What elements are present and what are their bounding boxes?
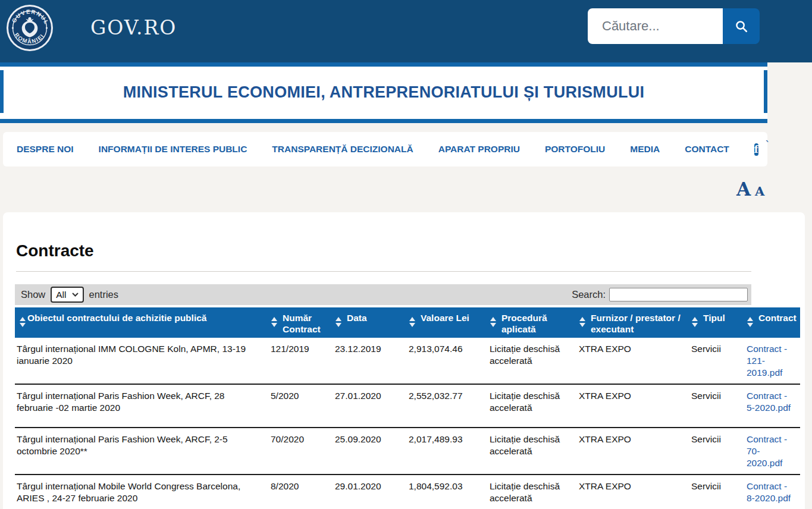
content-card: Contracte Show All entries Search: [3, 212, 805, 509]
sort-icon [692, 317, 698, 327]
cell-valoare: 2,017,489.93 [405, 428, 485, 475]
cell-data: 27.01.2020 [331, 384, 405, 428]
contract-pdf-link[interactable]: Contract - 121-2019.pdf [747, 344, 787, 378]
table-row: Târgul internațional Mobile World Congre… [15, 475, 800, 509]
cell-furnizor: XTRA EXPO [575, 338, 687, 384]
cell-contract: Contract - 121-2019.pdf [742, 338, 800, 384]
column-header-tipul[interactable]: Tipul [687, 307, 742, 338]
column-header-label: Furnizor / prestator / executant [591, 313, 681, 334]
font-size-controls: A A [736, 178, 764, 200]
cell-procedura: Licitație deschisă accelerată [485, 384, 575, 428]
table-search-input[interactable] [609, 288, 748, 301]
cell-data: 25.09.2020 [331, 428, 405, 475]
entries-select[interactable]: All [51, 287, 83, 303]
cell-tipul: Servicii [687, 428, 742, 475]
sort-icon [490, 317, 496, 327]
cell-numar: 8/2020 [267, 475, 331, 509]
cell-valoare: 2,552,032.77 [405, 384, 485, 428]
column-header-label: Contract [758, 313, 797, 323]
contracts-table: Obiectul contractului de achizitie publi… [15, 307, 800, 509]
nav-item-portofoliu[interactable]: PORTOFOLIU [545, 144, 605, 155]
cell-contract: Contract - 8-2020.pdf [742, 475, 800, 509]
cell-tipul: Servicii [687, 475, 742, 509]
contract-pdf-link[interactable]: Contract - 8-2020.pdf [747, 481, 791, 503]
sort-icon [336, 317, 341, 327]
cell-procedura: Licitație deschisă accelerată [485, 475, 575, 509]
site-search-input[interactable] [588, 8, 723, 44]
table-search-label: Search: [572, 289, 606, 300]
cell-numar: 70/2020 [267, 428, 331, 475]
column-header-label: Obiectul contractului de achizitie publi… [27, 313, 206, 323]
cell-furnizor: XTRA EXPO [575, 428, 687, 475]
site-logo-text[interactable]: GOV.RO [90, 16, 177, 39]
guvernul-romaniei-seal-icon[interactable]: GUVERNUL ROMÂNIEI [6, 4, 54, 52]
column-header-obiect[interactable]: Obiectul contractului de achizitie publi… [15, 307, 267, 338]
sort-icon [747, 317, 753, 327]
sort-icon [271, 317, 277, 327]
column-header-contract[interactable]: Contract [742, 307, 800, 338]
nav-item-media[interactable]: MEDIA [630, 144, 660, 155]
cell-numar: 5/2020 [267, 384, 331, 428]
cell-procedura: Licitație deschisă accelerată [485, 428, 575, 475]
cell-procedura: Licitație deschisă accelerată [485, 338, 575, 384]
table-row: Târgul internațional Paris Fashion Week,… [15, 384, 800, 428]
cell-tipul: Servicii [687, 338, 742, 384]
column-header-procedura[interactable]: Procedură aplicată [485, 307, 575, 338]
cell-tipul: Servicii [687, 384, 742, 428]
font-size-increase-button[interactable]: A [736, 178, 751, 200]
entries-select-value: All [56, 290, 66, 300]
cell-valoare: 1,804,592.03 [405, 475, 485, 509]
cell-contract: Contract - 70-2020.pdf [742, 428, 800, 475]
search-icon [735, 20, 748, 33]
facebook-icon[interactable]: f [754, 143, 758, 156]
header-accent-strip [0, 62, 767, 67]
nav-item-despre-noi[interactable]: DESPRE NOI [17, 144, 74, 155]
column-header-label: Data [347, 313, 367, 323]
font-size-decrease-button[interactable]: A [755, 184, 764, 199]
ministry-banner: MINISTERUL ECONOMIEI, ANTREPRENORIATULUI… [0, 67, 767, 123]
cell-furnizor: XTRA EXPO [575, 475, 687, 509]
search-button[interactable] [723, 8, 760, 44]
table-header-row: Obiectul contractului de achizitie publi… [15, 307, 800, 338]
cell-obiect: Târgul internațional Paris Fashion Week,… [15, 384, 267, 428]
table-toolbar: Show All entries Search: [15, 284, 751, 305]
nav-item-transparenta[interactable]: TRANSPARENȚĂ DECIZIONALĂ [272, 144, 413, 155]
column-header-label: Procedură aplicată [501, 313, 547, 334]
cell-data: 23.12.2019 [331, 338, 405, 384]
entries-label: entries [89, 289, 119, 300]
cell-contract: Contract - 5-2020.pdf [742, 384, 800, 428]
page-title: Contracte [16, 241, 94, 260]
nav-item-aparat-propriu[interactable]: APARAT PROPRIU [438, 144, 520, 155]
banner-bottom-bar [0, 119, 767, 123]
column-header-label: Tipul [703, 313, 725, 323]
title-divider [16, 271, 751, 272]
cell-valoare: 2,913,074.46 [405, 338, 485, 384]
ministry-title[interactable]: MINISTERUL ECONOMIEI, ANTREPRENORIATULUI… [0, 83, 767, 102]
sort-icon [579, 317, 585, 327]
column-header-valoare[interactable]: Valoare Lei [405, 307, 485, 338]
site-search [588, 8, 760, 44]
nav-tick-mark: ` [766, 132, 769, 152]
column-header-label: Număr Contract [283, 313, 321, 334]
sort-icon [409, 317, 415, 327]
cell-numar: 121/2019 [267, 338, 331, 384]
column-header-data[interactable]: Data [331, 307, 405, 338]
table-row: Târgul internațional Paris Fashion Week,… [15, 428, 800, 475]
column-header-numar[interactable]: Număr Contract [267, 307, 331, 338]
column-header-label: Valoare Lei [421, 313, 469, 323]
show-label: Show [21, 289, 45, 300]
nav-item-informatii[interactable]: INFORMAȚII DE INTERES PUBLIC [99, 144, 247, 155]
cell-furnizor: XTRA EXPO [575, 384, 687, 428]
table-row: Târgul internațional IMM COLOGNE Koln, A… [15, 338, 800, 384]
cell-data: 29.01.2020 [331, 475, 405, 509]
cell-obiect: Târgul internațional Mobile World Congre… [15, 475, 267, 509]
nav-item-contact[interactable]: CONTACT [685, 144, 729, 155]
cell-obiect: Târgul internațional IMM COLOGNE Koln, A… [15, 338, 267, 384]
contract-pdf-link[interactable]: Contract - 5-2020.pdf [747, 391, 791, 413]
contract-pdf-link[interactable]: Contract - 70-2020.pdf [747, 434, 787, 468]
column-header-furnizor[interactable]: Furnizor / prestator / executant [575, 307, 687, 338]
site-header: GUVERNUL ROMÂNIEI GOV.RO [0, 0, 812, 62]
chevron-down-icon [72, 293, 79, 297]
sort-icon [20, 317, 26, 327]
cell-obiect: Târgul internațional Paris Fashion Week,… [15, 428, 267, 475]
